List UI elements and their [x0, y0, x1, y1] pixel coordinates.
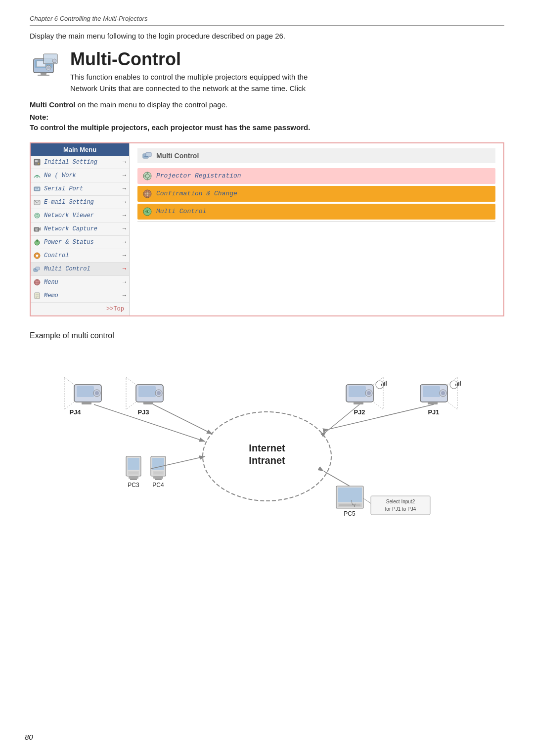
example-title: Example of multi control — [30, 331, 504, 340]
svg-point-3 — [47, 66, 50, 69]
sidebar-item-control[interactable]: Control → — [31, 249, 129, 263]
svg-point-87 — [367, 391, 371, 395]
description-line2: Network Units that are connected to the … — [70, 83, 308, 94]
svg-text:Intranet: Intranet — [249, 455, 285, 466]
svg-point-96 — [376, 381, 384, 389]
svg-rect-70 — [143, 402, 153, 404]
svg-rect-104 — [458, 382, 459, 386]
svg-rect-98 — [383, 383, 384, 386]
multi-control-sidebar-label: Multi Control — [44, 266, 120, 272]
svg-point-11 — [38, 163, 40, 165]
memo-icon — [33, 291, 42, 300]
svg-point-56 — [146, 211, 148, 213]
sidebar-item-power-status[interactable]: Power & Status → — [31, 236, 129, 249]
multi-control-inline: Multi Control — [30, 100, 75, 109]
svg-point-12 — [37, 176, 38, 178]
svg-rect-80 — [153, 476, 163, 479]
page-number: 80 — [25, 733, 33, 741]
description-line3: Multi Control on the main menu to displa… — [30, 99, 504, 111]
note-label: Note: — [30, 113, 504, 121]
sidebar-item-network[interactable]: Ne ( Work → — [31, 169, 129, 182]
content-area-title: Multi Control — [137, 148, 495, 163]
page-title: Multi-Control — [70, 49, 308, 70]
svg-marker-89 — [373, 377, 383, 409]
svg-text:for PJ1 to PJ4: for PJ1 to PJ4 — [385, 506, 416, 512]
multi-control-icon — [30, 49, 61, 81]
svg-rect-6 — [38, 75, 49, 76]
svg-rect-91 — [423, 386, 440, 397]
svg-point-69 — [157, 391, 161, 395]
pc5-label: PC5 — [344, 510, 356, 517]
memo-label: Memo — [44, 292, 120, 299]
network-icon — [33, 171, 42, 180]
submenu-multi-control[interactable]: Multi Control — [137, 204, 495, 220]
pj2-label: PJ2 — [354, 408, 365, 416]
svg-point-23 — [36, 229, 37, 230]
svg-rect-64 — [82, 402, 91, 404]
svg-rect-81 — [155, 479, 162, 480]
sidebar-item-network-capture[interactable]: Network Capture → — [31, 222, 129, 236]
svg-rect-5 — [41, 73, 46, 75]
sidebar: Main Menu Initial Setting → Ne ( Work → … — [31, 143, 130, 315]
svg-marker-71 — [126, 377, 136, 409]
sidebar-item-initial-setting[interactable]: Initial Setting → — [31, 156, 129, 169]
svg-point-8 — [52, 59, 56, 63]
svg-rect-88 — [354, 402, 363, 404]
pj1-label: PJ1 — [428, 408, 439, 416]
svg-rect-25 — [37, 239, 38, 242]
pc3-label: PC3 — [128, 482, 139, 489]
sidebar-header: Main Menu — [31, 143, 129, 156]
svg-rect-16 — [37, 188, 38, 189]
top-link[interactable]: >>Top — [31, 303, 129, 315]
pj4-label: PJ4 — [69, 408, 81, 416]
svg-line-118 — [363, 498, 371, 503]
svg-rect-83 — [154, 472, 163, 474]
diagram-container: Internet Intranet PJ4 PJ3 — [30, 350, 504, 538]
pc4-label: PC4 — [152, 482, 164, 489]
note-text: To control the multiple projectors, each… — [30, 122, 504, 133]
svg-marker-65 — [64, 377, 74, 409]
svg-rect-100 — [386, 381, 387, 386]
power-status-icon — [33, 238, 42, 247]
network-viewer-label: Network Viewer — [44, 212, 120, 219]
multi-control-sidebar-icon — [33, 265, 42, 273]
submenu-projector-registration[interactable]: Projector Registration — [137, 168, 495, 184]
svg-text:Select Input2: Select Input2 — [386, 499, 415, 504]
content-area: Multi Control Projector Registration — [130, 143, 503, 315]
network-capture-icon — [33, 224, 42, 233]
title-section: Multi-Control This function enables to c… — [30, 49, 504, 94]
svg-rect-74 — [129, 476, 138, 479]
svg-point-101 — [450, 381, 458, 389]
svg-marker-21 — [39, 227, 41, 230]
sidebar-item-email[interactable]: E-mail Setting → — [31, 196, 129, 209]
svg-rect-15 — [36, 188, 37, 189]
network-viewer-icon — [33, 211, 42, 220]
network-capture-label: Network Capture — [44, 225, 120, 232]
svg-rect-61 — [77, 386, 94, 397]
sidebar-item-menu[interactable]: Menu → — [31, 276, 129, 289]
multi-control-sub-label: Multi Control — [156, 208, 206, 215]
svg-point-63 — [95, 391, 99, 395]
svg-rect-99 — [384, 382, 385, 386]
control-icon — [33, 251, 42, 260]
svg-rect-112 — [338, 488, 362, 502]
multi-control-diagram: Internet Intranet PJ4 PJ3 — [44, 350, 490, 538]
sidebar-item-serial-port[interactable]: Serial Port → — [31, 182, 129, 196]
svg-rect-42 — [144, 156, 148, 157]
svg-text:Internet: Internet — [249, 443, 285, 453]
svg-rect-31 — [35, 269, 37, 270]
svg-rect-75 — [130, 479, 137, 480]
email-icon — [33, 198, 42, 207]
power-status-label: Power & Status — [44, 239, 120, 246]
submenu-confirmation-change[interactable]: Confirmation & Change — [137, 186, 495, 202]
svg-rect-85 — [349, 386, 366, 397]
initial-setting-icon — [33, 158, 42, 167]
svg-point-50 — [145, 192, 149, 196]
sidebar-item-memo[interactable]: Memo → — [31, 289, 129, 303]
description-line1: This function enables to control the mul… — [70, 72, 308, 83]
sidebar-item-multi-control[interactable]: Multi Control → — [31, 263, 129, 276]
sidebar-item-network-viewer[interactable]: Network Viewer → — [31, 209, 129, 222]
svg-rect-103 — [457, 383, 458, 386]
svg-rect-97 — [381, 384, 382, 386]
confirmation-label: Confirmation & Change — [156, 190, 237, 197]
